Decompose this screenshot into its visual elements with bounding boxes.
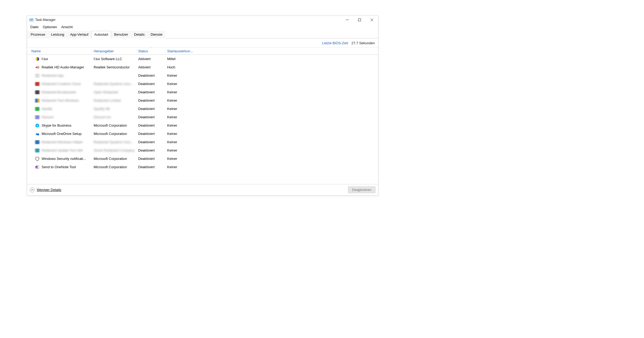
maximize-button[interactable] xyxy=(353,16,366,24)
tab-benutzer[interactable]: Benutzer xyxy=(111,31,131,38)
cell-impact: Keiner xyxy=(166,98,196,102)
app-name-label: Discord xyxy=(42,115,53,119)
app-name-label: Spotify xyxy=(42,107,52,111)
table-row[interactable]: Redacted AppDeaktiviertKeiner xyxy=(27,71,378,80)
cell-name: Redacted App xyxy=(30,74,92,78)
blur-violet-icon xyxy=(35,115,39,119)
cell-name: Realtek HD Audio-Manager xyxy=(30,65,92,69)
app-name-label: Windows Security notificati... xyxy=(42,157,86,161)
app-name-label: f.lux xyxy=(42,57,48,61)
minimize-button[interactable] xyxy=(341,16,353,24)
menu-optionen[interactable]: Optionen xyxy=(41,24,59,30)
blur-split-icon xyxy=(35,98,39,103)
cell-publisher: Some Redacted Company xyxy=(92,148,137,152)
table-row[interactable]: Realtek HD Audio-ManagerRealtek Semicond… xyxy=(27,63,378,71)
fewer-details-toggle[interactable]: Weniger Details xyxy=(30,188,61,192)
bios-time-line: Letzte BIOS-Zeit: 27.7 Sekunden xyxy=(27,38,378,47)
cell-status: Deaktiviert xyxy=(137,132,166,136)
table-row[interactable]: Redacted Update Tool x64Some Redacted Co… xyxy=(27,146,378,155)
cell-status: Deaktiviert xyxy=(137,82,166,86)
table-row[interactable]: NSend to OneNote ToolMicrosoft Corporati… xyxy=(27,163,378,171)
cell-publisher: Open Redacted xyxy=(92,90,137,94)
cell-impact: Mittel xyxy=(166,57,196,61)
cell-name: NSend to OneNote Tool xyxy=(30,165,92,169)
cell-publisher: Redacted Limited xyxy=(92,98,137,102)
table-row[interactable]: Redacted Creative CloudRedacted Systems … xyxy=(27,80,378,88)
cell-name: Discord xyxy=(30,115,92,119)
tab-bar: Prozesse Leistung App-Verlauf Autostart … xyxy=(27,31,378,38)
cell-name: SSkype for Business xyxy=(30,123,92,128)
menu-datei[interactable]: Datei xyxy=(28,24,41,30)
app-name-label: Microsoft OneDrive Setup xyxy=(42,132,82,136)
cell-publisher: Microsoft Corporation xyxy=(92,123,137,127)
table-row[interactable]: Redacted Tool WindowsRedacted LimitedDea… xyxy=(27,96,378,105)
table-row[interactable]: Redacted BroadcasterOpen RedactedDeaktiv… xyxy=(27,88,378,96)
tab-app-verlauf[interactable]: App-Verlauf xyxy=(67,31,91,38)
cell-name: Redacted Windows Helper xyxy=(30,140,92,144)
svg-text:N: N xyxy=(36,166,37,168)
table-row[interactable]: Redacted Windows HelperRedacted Systems … xyxy=(27,138,378,146)
blur-gray-icon xyxy=(35,74,39,78)
fewer-details-label: Weniger Details xyxy=(37,188,61,192)
table-header: Name Herausgeber ˇ Status Startauswirkun… xyxy=(27,47,378,55)
cell-impact: Keiner xyxy=(166,140,196,144)
cell-impact: Keiner xyxy=(166,148,196,152)
cell-name: Redacted Tool Windows xyxy=(30,98,92,103)
tab-prozesse[interactable]: Prozesse xyxy=(28,31,48,38)
table-row[interactable]: SpotifySpotify ABDeaktiviertKeiner xyxy=(27,105,378,113)
cell-impact: Keiner xyxy=(166,107,196,111)
app-name-label: Realtek HD Audio-Manager xyxy=(42,65,84,69)
cell-name: Redacted Broadcaster xyxy=(30,90,92,94)
svg-text:S: S xyxy=(36,124,38,127)
blur-teal-icon xyxy=(35,148,39,153)
menubar: Datei Optionen Ansicht xyxy=(27,24,378,31)
cell-impact: Keiner xyxy=(166,115,196,119)
col-status[interactable]: ˇ Status xyxy=(137,49,166,53)
cell-name: Windows Security notificati... xyxy=(30,157,92,161)
col-publisher[interactable]: Herausgeber xyxy=(92,49,137,53)
menu-ansicht[interactable]: Ansicht xyxy=(59,24,75,30)
cell-impact: Keiner xyxy=(166,157,196,161)
taskmgr-icon xyxy=(29,18,34,22)
cell-status: Deaktiviert xyxy=(137,165,166,169)
table-row[interactable]: SSkype for BusinessMicrosoft Corporation… xyxy=(27,121,378,130)
svg-rect-8 xyxy=(37,98,39,103)
app-name-label: Redacted Broadcaster xyxy=(42,90,76,94)
app-name-label: Redacted Update Tool x64 xyxy=(42,148,83,152)
app-name-label: Redacted Tool Windows xyxy=(42,98,79,102)
deactivate-button[interactable]: Deaktivieren xyxy=(348,186,375,193)
blur-red-icon xyxy=(35,82,39,86)
svg-marker-6 xyxy=(36,66,38,69)
app-name-label: Redacted App xyxy=(42,74,64,78)
table-row[interactable]: f.luxf.lux Software LLCAktiviertMittel xyxy=(27,55,378,63)
tab-autostart[interactable]: Autostart xyxy=(91,31,111,38)
cell-publisher: Discord Inc xyxy=(92,115,137,119)
onedrive-icon xyxy=(35,132,39,136)
shield-icon xyxy=(35,157,39,161)
cell-status: Deaktiviert xyxy=(137,98,166,102)
cell-status: Aktiviert xyxy=(137,65,166,69)
close-button[interactable] xyxy=(366,16,378,24)
cell-impact: Keiner xyxy=(166,90,196,94)
cell-name: Redacted Creative Cloud xyxy=(30,82,92,86)
col-name[interactable]: Name xyxy=(30,49,92,53)
cell-publisher: Redacted Systems Incorp... xyxy=(92,140,137,144)
sort-indicator-icon: ˇ xyxy=(151,47,151,50)
cell-publisher: Microsoft Corporation xyxy=(92,157,137,161)
cell-impact: Keiner xyxy=(166,82,196,86)
tab-details[interactable]: Details xyxy=(131,31,148,38)
bios-label: Letzte BIOS-Zeit: xyxy=(322,41,349,45)
tab-dienste[interactable]: Dienste xyxy=(148,31,165,38)
app-name-label: Skype for Business xyxy=(42,123,71,127)
table-row[interactable]: Windows Security notificati...Microsoft … xyxy=(27,155,378,163)
flux-icon xyxy=(35,57,39,61)
cell-status: Aktiviert xyxy=(137,57,166,61)
chevron-up-icon xyxy=(30,188,35,192)
table-row[interactable]: DiscordDiscord IncDeaktiviertKeiner xyxy=(27,113,378,121)
svg-rect-7 xyxy=(35,98,37,103)
table-row[interactable]: Microsoft OneDrive SetupMicrosoft Corpor… xyxy=(27,130,378,138)
col-impact[interactable]: Startauswirkun... xyxy=(166,49,196,53)
cell-name: f.lux xyxy=(30,57,92,61)
skype-icon: S xyxy=(35,123,39,128)
tab-leistung[interactable]: Leistung xyxy=(48,31,67,38)
